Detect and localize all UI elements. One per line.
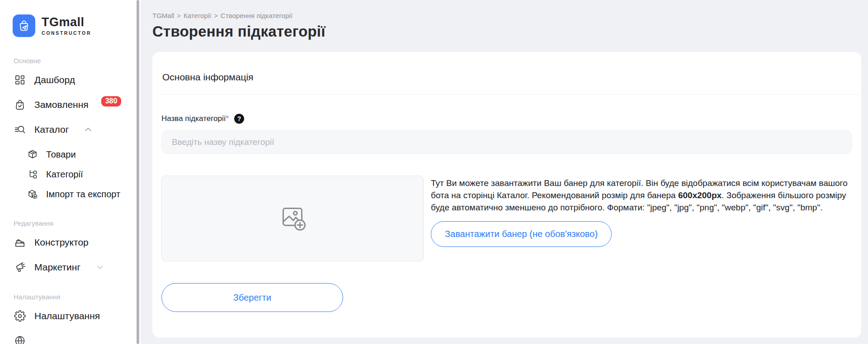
sidebar-item-label: Категорії [46,169,83,180]
sidebar-item-language-partial[interactable] [0,330,141,344]
sidebar-item-label: Налаштування [34,311,100,321]
subcategory-name-label-row: Назва підкатегорії* ? [161,95,852,124]
page-header: TGMall>Категорії>Створення підкатегорії … [141,0,868,40]
shopping-bag-plane-icon [13,14,35,37]
required-asterisk: * [226,114,229,123]
chevron-down-icon [95,262,105,272]
marketing-megaphone-icon [14,261,26,273]
main-content: TGMall>Категорії>Створення підкатегорії … [141,0,868,344]
sidebar-item-label: Імпорт та експорт [46,189,120,200]
brand-text: TGmall CONSTRUCTOR [42,16,91,36]
sidebar-item-products[interactable]: Товари [0,144,141,164]
sidebar-item-label: Маркетинг [34,262,80,273]
page-title: Створення підкатегорії [152,23,868,40]
banner-upload-row: Тут Ви можете завантажити Ваш банер для … [161,176,852,261]
package-icon [26,149,39,160]
orders-count-badge: 380 [101,96,122,107]
chevron-up-icon [83,125,93,135]
sidebar-item-dashboard[interactable]: Дашборд [0,69,141,90]
categories-tree-icon [26,169,39,180]
constructor-bricks-icon [14,237,26,248]
sidebar-item-marketing[interactable]: Маркетинг [0,256,141,278]
globe-icon [14,335,26,344]
brand-logo[interactable]: TGmall CONSTRUCTOR [0,0,141,42]
breadcrumb-separator: > [177,12,181,19]
catalog-submenu: Товари Категорії [0,144,141,204]
sidebar-item-constructor[interactable]: Конструктор [0,232,141,253]
sidebar-item-categories[interactable]: Категорії [0,164,141,184]
sidebar-item-catalog[interactable]: Каталог [0,119,141,140]
breadcrumb-separator: > [214,12,218,19]
sidebar-section-settings: Налаштування [0,293,141,301]
sidebar-section-main: Основне [0,57,141,65]
image-add-icon [278,203,307,234]
sidebar-item-label: Каталог [34,124,69,135]
upload-banner-button[interactable]: Завантажити банер (не обов'язково) [431,221,612,247]
card-section-title: Основна інформація [161,52,852,94]
import-export-icon [26,189,39,200]
sidebar-item-orders[interactable]: Замовлення 380 [0,94,141,115]
sidebar-item-label: Конструктор [34,237,89,248]
catalog-search-icon [14,124,26,135]
sidebar-scrollbar[interactable] [137,0,139,344]
main-info-card: Основна інформація Назва підкатегорії* ? [152,52,861,338]
save-button[interactable]: Зберегти [161,283,343,312]
sidebar-item-label: Замовлення [34,99,89,110]
sidebar-item-settings[interactable]: Налаштування [0,305,141,326]
banner-size-bold: 600x200px [678,191,722,200]
banner-info: Тут Ви можете завантажити Ваш банер для … [431,176,852,247]
sidebar-item-label: Товари [46,149,76,160]
sidebar-item-import-export[interactable]: Імпорт та експорт [0,184,141,204]
subcategory-name-input[interactable] [161,130,852,154]
help-icon[interactable]: ? [234,114,244,124]
sidebar-section-editing: Редагування [0,219,141,227]
subcategory-name-label: Назва підкатегорії* [161,114,229,123]
breadcrumb-categories[interactable]: Категорії [184,12,211,19]
orders-bag-icon [14,99,26,111]
breadcrumb-home[interactable]: TGMall [152,12,174,19]
breadcrumb: TGMall>Категорії>Створення підкатегорії [152,12,868,19]
sidebar-item-label: Дашборд [34,74,75,85]
dashboard-icon [14,74,26,86]
brand-subtitle: CONSTRUCTOR [42,30,91,36]
brand-name: TGmall [42,16,91,28]
breadcrumb-current: Створення підкатегорії [221,12,292,19]
settings-gear-icon [14,310,26,322]
banner-description: Тут Ви можете завантажити Ваш банер для … [431,177,852,214]
sidebar: TGmall CONSTRUCTOR Основне Дашборд Замов… [0,0,141,344]
banner-upload-dropzone[interactable] [161,176,424,261]
